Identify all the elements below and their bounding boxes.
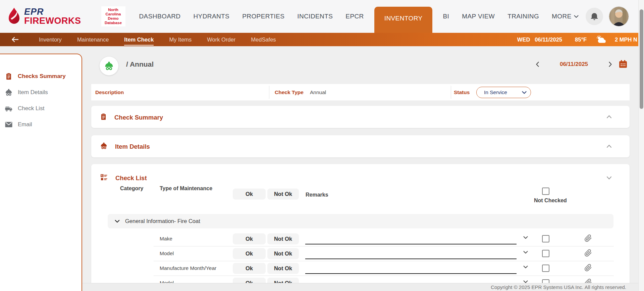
not-checked-checkbox[interactable]	[542, 235, 549, 242]
sidebar-label: Item Details	[18, 89, 48, 96]
weather-strip: WED 06/11/2025 85°F 2 MPH N	[517, 35, 637, 44]
not-checked-checkbox[interactable]	[542, 265, 549, 272]
sidebar-item-email[interactable]: Email	[0, 117, 82, 133]
check-list-card: Check List Category Type of Maintenance …	[91, 164, 630, 291]
not-checked-checkbox[interactable]	[542, 250, 549, 257]
nav-dashboard[interactable]: DASHBOARD	[139, 13, 181, 20]
nav-more[interactable]: MORE	[552, 13, 579, 20]
not-ok-button[interactable]: Not Ok	[267, 233, 299, 244]
logo-epr: EPR	[24, 7, 81, 16]
subnav-maintenance[interactable]: Maintenance	[77, 37, 109, 43]
item-type-badge	[100, 57, 118, 75]
selected-date[interactable]: 06/11/2025	[545, 61, 602, 68]
flame-logo-icon	[7, 7, 21, 26]
status-dropdown[interactable]: In Service	[476, 87, 531, 98]
previous-day-button[interactable]	[535, 61, 541, 68]
next-day-button[interactable]	[607, 61, 613, 68]
header-right-group	[586, 7, 629, 26]
collapse-chevron-up-icon[interactable]	[606, 115, 612, 119]
check-summary-card: Check Summary	[91, 106, 630, 128]
divider	[269, 86, 269, 99]
nav-hydrants[interactable]: HYDRANTS	[193, 13, 229, 20]
remarks-options-chevron[interactable]	[523, 266, 528, 269]
group-title: General Information- Fire Coat	[125, 218, 200, 224]
type-column-header: Type of Maintenance	[160, 186, 212, 192]
subnav-item-check-active[interactable]: Item Check	[124, 37, 154, 46]
notifications-button[interactable]	[586, 8, 603, 25]
ok-button[interactable]: Ok	[233, 248, 266, 259]
ok-button[interactable]: Ok	[233, 263, 266, 274]
subnav-work-order[interactable]: Work Order	[207, 37, 235, 43]
ok-column-header-button[interactable]: Ok	[233, 189, 266, 200]
checklist-row: Model Ok Not Ok	[91, 246, 630, 261]
sidebar-item-item-details[interactable]: Item Details	[0, 84, 82, 100]
check-type-value: Annual	[310, 89, 326, 95]
remarks-options-chevron[interactable]	[523, 236, 528, 239]
checklist-row: Manufacture Month/Year Ok Not Ok	[91, 261, 630, 276]
date-navigator: 06/11/2025	[535, 60, 632, 69]
attachment-button[interactable]	[584, 249, 592, 257]
subnav-items: Inventory Maintenance Item Check My Item…	[39, 37, 276, 43]
nav-incidents[interactable]: INCIDENTS	[297, 13, 333, 20]
subnav-inventory[interactable]: Inventory	[39, 37, 62, 43]
expand-chevron-down-icon[interactable]	[606, 176, 612, 180]
chevron-down-icon	[523, 266, 528, 269]
ok-button[interactable]: Ok	[233, 233, 266, 244]
check-meta-row: Description Check Type Annual Status In …	[91, 84, 630, 100]
helmet-icon	[100, 142, 108, 151]
green-helmet-icon	[104, 61, 114, 71]
nav-inventory-active-tab[interactable]: INVENTORY	[374, 7, 433, 33]
nav-properties[interactable]: PROPERTIES	[242, 13, 284, 20]
badge-line: North	[102, 8, 125, 12]
copyright-text: Copyright © 2025 EPR Systems USA Inc. Al…	[491, 284, 626, 290]
chevron-down-icon	[522, 91, 527, 94]
not-ok-button[interactable]: Not Ok	[267, 248, 299, 259]
not-ok-button[interactable]: Not Ok	[267, 263, 299, 274]
nav-epcr[interactable]: EPCR	[345, 13, 364, 20]
back-button[interactable]	[11, 35, 19, 44]
sidebar-item-check-list[interactable]: Check List	[0, 100, 82, 117]
attachment-button[interactable]	[584, 264, 592, 272]
logo-text: EPR FIREWORKS	[24, 7, 81, 25]
sidebar-item-checks-summary[interactable]: Checks Summary	[0, 68, 82, 84]
checklist-item-label: Make	[160, 236, 172, 242]
chevron-right-icon	[607, 61, 613, 68]
temperature: 85°F	[575, 37, 587, 43]
weekday-label: WED	[517, 37, 530, 43]
remarks-input[interactable]	[305, 273, 517, 274]
scrollbar-thumb[interactable]	[640, 9, 643, 109]
user-avatar[interactable]	[609, 7, 629, 26]
calendar-icon	[619, 60, 628, 69]
item-details-header: Item Details	[100, 142, 150, 151]
subnav-medsafes[interactable]: MedSafes	[251, 37, 276, 43]
checklist-icon	[100, 173, 108, 183]
subnav-my-items[interactable]: My Items	[169, 37, 192, 43]
left-sidebar: Checks Summary Item Details Check List E…	[0, 54, 82, 291]
sidebar-label: Checks Summary	[18, 73, 66, 80]
not-checked-header-checkbox[interactable]	[542, 188, 549, 195]
remarks-input[interactable]	[305, 244, 517, 244]
breadcrumb: / Annual	[126, 60, 154, 68]
checklist-group-general-information-fire-coat[interactable]: General Information- Fire Coat	[108, 214, 613, 228]
attachment-button[interactable]	[584, 234, 592, 242]
nav-map-view[interactable]: MAP VIEW	[462, 13, 495, 20]
epr-fireworks-logo[interactable]: EPR FIREWORKS	[7, 7, 81, 26]
vertical-scrollbar[interactable]	[638, 0, 644, 291]
arrow-left-icon	[11, 35, 19, 44]
nav-training[interactable]: TRAINING	[507, 13, 539, 20]
checklist-item-label: Manufacture Month/Year	[160, 265, 216, 271]
nav-bi[interactable]: BI	[443, 13, 449, 20]
main-navigation: DASHBOARD HYDRANTS PROPERTIES INCIDENTS …	[133, 0, 585, 33]
paperclip-icon	[584, 264, 592, 272]
section-title: Item Details	[115, 143, 150, 150]
divider	[451, 86, 451, 99]
sub-navigation-bar: Inventory Maintenance Item Check My Item…	[0, 33, 644, 46]
remarks-input[interactable]	[305, 259, 517, 259]
collapse-chevron-up-icon[interactable]	[606, 144, 612, 148]
not-ok-column-header-button[interactable]: Not Ok	[267, 189, 299, 200]
checklist-rows: Make Ok Not Ok Model Ok Not Ok Manufactu…	[91, 232, 630, 291]
description-label: Description	[95, 89, 124, 95]
calendar-button[interactable]	[619, 60, 628, 69]
checklist-row: Make Ok Not Ok	[91, 232, 630, 246]
remarks-options-chevron[interactable]	[523, 251, 528, 254]
